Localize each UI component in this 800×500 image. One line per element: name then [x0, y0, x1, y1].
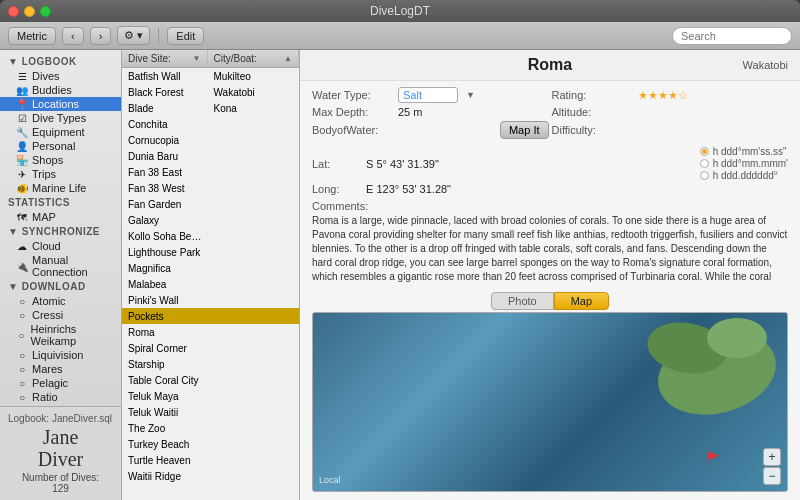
site-row[interactable]: Dunia Baru	[122, 148, 299, 164]
sidebar-item-dives[interactable]: ☰ Dives	[0, 69, 121, 83]
site-row[interactable]: Fan Garden	[122, 196, 299, 212]
num-dives-value: 129	[52, 483, 69, 494]
site-row[interactable]: Turkey Beach	[122, 436, 299, 452]
site-row[interactable]: Galaxy	[122, 212, 299, 228]
map-zoom-out[interactable]: −	[763, 467, 781, 485]
site-cell-name: Black Forest	[122, 87, 208, 98]
sidebar-item-mares[interactable]: ○ Mares	[0, 362, 121, 376]
map-satellite: Local + −	[313, 313, 787, 491]
site-row[interactable]: Fan 38 East	[122, 164, 299, 180]
sidebar-shops-label: Shops	[32, 154, 63, 166]
water-type-dropdown-icon[interactable]: ▼	[466, 90, 475, 100]
site-row[interactable]: Table Coral City	[122, 372, 299, 388]
site-row[interactable]: Teluk Maya	[122, 388, 299, 404]
site-row[interactable]: Conchita	[122, 116, 299, 132]
nav-back-button[interactable]: ‹	[62, 27, 84, 45]
sidebar-item-marine-life[interactable]: 🐠 Marine Life	[0, 181, 121, 195]
sidebar-item-pelagic[interactable]: ○ Pelagic	[0, 376, 121, 390]
sidebar-item-buddies[interactable]: 👥 Buddies	[0, 83, 121, 97]
map-view[interactable]: Local + −	[312, 312, 788, 492]
coord-format-dm[interactable]: h ddd°mm.mmm'	[700, 158, 788, 169]
rating-label: Rating:	[552, 89, 632, 101]
site-cell-name: Starship	[122, 359, 208, 370]
site-row[interactable]: Kollo Soha Beach	[122, 228, 299, 244]
site-row[interactable]: Fan 38 West	[122, 180, 299, 196]
sidebar-item-shops[interactable]: 🏪 Shops	[0, 153, 121, 167]
pelagic-icon: ○	[16, 378, 28, 389]
radio-dm[interactable]	[700, 159, 709, 168]
sidebar-item-atomic[interactable]: ○ Atomic	[0, 294, 121, 308]
max-depth-value: 25 m	[398, 106, 422, 118]
site-row[interactable]: Turtle Heaven	[122, 452, 299, 468]
site-row[interactable]: The Zoo	[122, 420, 299, 436]
sidebar-content: ▼ LOGBOOK ☰ Dives 👥 Buddies 📍 Locations …	[0, 50, 121, 406]
sidebar-item-equipment[interactable]: 🔧 Equipment	[0, 125, 121, 139]
map-flag	[707, 451, 719, 467]
site-row[interactable]: Spiral Corner	[122, 340, 299, 356]
sidebar-item-liquivision[interactable]: ○ Liquivision	[0, 348, 121, 362]
site-cell-name: Roma	[122, 327, 208, 338]
site-row[interactable]: Starship	[122, 356, 299, 372]
site-cell-name: Turkey Beach	[122, 439, 208, 450]
site-row[interactable]: Batfish WallMukilteo	[122, 68, 299, 84]
site-row[interactable]: Cornucopia	[122, 132, 299, 148]
site-row[interactable]: Black ForestWakatobi	[122, 84, 299, 100]
logbook-label: Logbook: JaneDiver.sql	[8, 413, 113, 424]
tab-map[interactable]: Map	[554, 292, 609, 310]
sidebar-item-locations[interactable]: 📍 Locations	[0, 97, 121, 111]
water-type-value[interactable]: Salt	[398, 87, 458, 103]
coord-format-dd[interactable]: h ddd.dddddd°	[700, 170, 788, 181]
download-section-header: ▼ DOWNLOAD	[0, 279, 121, 294]
toolbar: Metric ‹ › ⚙ ▾ Edit	[0, 22, 800, 50]
detail-header: Roma Wakatobi	[300, 50, 800, 81]
sidebar-item-manual-connection[interactable]: 🔌 Manual Connection	[0, 253, 121, 279]
map-zoom-in[interactable]: +	[763, 448, 781, 466]
col-header-city[interactable]: City/Boat: ▲	[208, 50, 299, 67]
detail-title: Roma	[471, 56, 630, 74]
col-header-site[interactable]: Dive Site: ▼	[122, 50, 208, 67]
maximize-button[interactable]	[40, 6, 51, 17]
sidebar-item-trips[interactable]: ✈ Trips	[0, 167, 121, 181]
edit-button[interactable]: Edit	[167, 27, 204, 45]
site-row[interactable]: Teluk Waitii	[122, 404, 299, 420]
site-row[interactable]: Waitii Ridge	[122, 468, 299, 484]
sidebar-item-dive-types[interactable]: ☑ Dive Types	[0, 111, 121, 125]
rating-stars[interactable]: ★★★★☆	[638, 89, 688, 102]
long-label: Long:	[312, 183, 362, 195]
coord-format-dms[interactable]: h ddd°mm'ss.ss"	[700, 146, 788, 157]
site-cell-name: Magnifica	[122, 263, 208, 274]
site-row[interactable]: Pockets	[122, 308, 299, 324]
tab-photo[interactable]: Photo	[491, 292, 554, 310]
nav-forward-button[interactable]: ›	[90, 27, 112, 45]
sidebar-liquivision-label: Liquivision	[32, 349, 83, 361]
metric-button[interactable]: Metric	[8, 27, 56, 45]
sidebar-item-heinrichs[interactable]: ○ Heinrichs Weikamp	[0, 322, 121, 348]
sidebar-item-cressi[interactable]: ○ Cressi	[0, 308, 121, 322]
personal-icon: 👤	[16, 141, 28, 152]
site-row[interactable]: Roma	[122, 324, 299, 340]
map-it-button[interactable]: Map It	[500, 121, 549, 139]
site-cell-name: Spiral Corner	[122, 343, 208, 354]
difficulty-row: Difficulty:	[552, 121, 789, 139]
traffic-lights	[8, 6, 51, 17]
gear-button[interactable]: ⚙ ▾	[117, 26, 150, 45]
minimize-button[interactable]	[24, 6, 35, 17]
close-button[interactable]	[8, 6, 19, 17]
site-row[interactable]: Magnifica	[122, 260, 299, 276]
sidebar-item-map[interactable]: 🗺 MAP	[0, 210, 121, 224]
site-row[interactable]: Lighthouse Park	[122, 244, 299, 260]
radio-dd[interactable]	[700, 171, 709, 180]
map-label: Local	[319, 475, 341, 485]
sidebar-item-personal[interactable]: 👤 Personal	[0, 139, 121, 153]
coord-format-options: h ddd°mm'ss.ss" h ddd°mm.mmm' h ddd.dddd…	[700, 146, 788, 181]
radio-dms[interactable]	[700, 147, 709, 156]
water-type-label: Water Type:	[312, 89, 392, 101]
sidebar-item-cloud[interactable]: ☁ Cloud	[0, 239, 121, 253]
sidebar-atomic-label: Atomic	[32, 295, 66, 307]
search-input[interactable]	[672, 27, 792, 45]
site-cell-name: The Zoo	[122, 423, 208, 434]
site-row[interactable]: Malabea	[122, 276, 299, 292]
sidebar-item-ratio[interactable]: ○ Ratio	[0, 390, 121, 404]
site-row[interactable]: BladeKona	[122, 100, 299, 116]
site-row[interactable]: Pinki's Wall	[122, 292, 299, 308]
